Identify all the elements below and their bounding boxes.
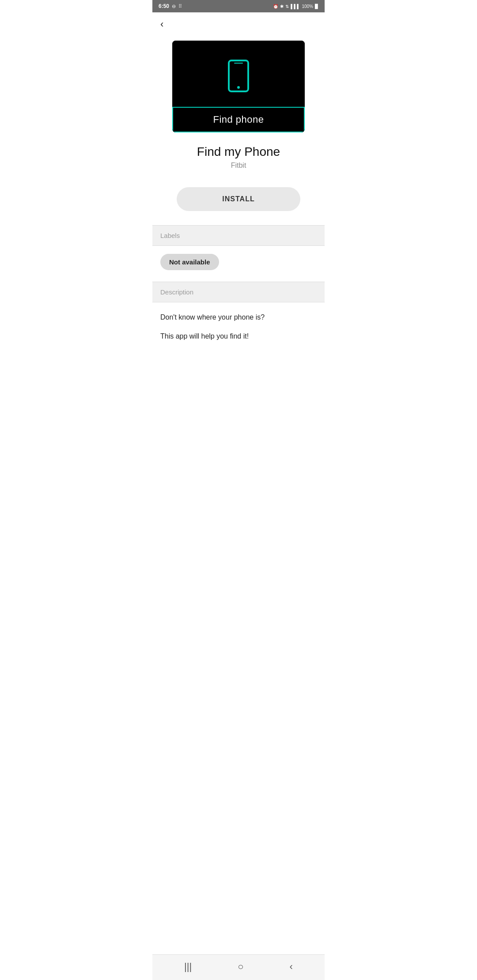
labels-content: Not available [152, 246, 325, 278]
app-info: Find my Phone Fitbit [152, 132, 325, 183]
not-available-badge: Not available [160, 254, 219, 270]
minus-circle-icon: ⊖ [172, 4, 176, 9]
description-section-header: Description [152, 282, 325, 302]
phone-icon-area [172, 41, 305, 107]
labels-section: Labels Not available [152, 225, 325, 278]
install-button[interactable]: INSTALL [177, 187, 300, 211]
app-image-container: Find phone [152, 36, 325, 132]
app-title: Find my Phone [161, 145, 316, 159]
status-right: ⏰ ✱ ⇅ ▌▌▌ 100% ▉ [273, 4, 318, 9]
description-section: Description Don't know where your phone … [152, 282, 325, 358]
grid-icon: ⠿ [178, 4, 182, 9]
back-button-area: ‹ [152, 12, 325, 36]
description-text: Don't know where your phone is? This app… [160, 311, 317, 342]
status-time: 6:50 [159, 3, 169, 9]
alarm-icon: ⏰ [273, 4, 278, 9]
svg-rect-2 [234, 63, 243, 64]
app-banner: Find phone [172, 41, 305, 132]
bluetooth-icon: ✱ [280, 4, 284, 9]
status-bar: 6:50 ⊖ ⠿ ⏰ ✱ ⇅ ▌▌▌ 100% ▉ [152, 0, 325, 12]
battery-percent: 100% [302, 4, 313, 9]
find-phone-banner-button[interactable]: Find phone [172, 107, 305, 132]
description-content: Don't know where your phone is? This app… [152, 302, 325, 358]
app-developer: Fitbit [161, 162, 316, 170]
svg-point-1 [237, 86, 240, 89]
phone-icon [221, 58, 256, 94]
description-line1: Don't know where your phone is? [160, 311, 317, 323]
battery-icon: ▉ [315, 4, 318, 9]
description-line2: This app will help you find it! [160, 330, 317, 342]
data-sync-icon: ⇅ [285, 4, 289, 9]
status-left: 6:50 ⊖ ⠿ [159, 3, 182, 9]
signal-icon: ▌▌▌ [291, 4, 300, 9]
install-btn-container: INSTALL [152, 183, 325, 222]
labels-section-header: Labels [152, 225, 325, 246]
back-button[interactable]: ‹ [160, 19, 163, 30]
